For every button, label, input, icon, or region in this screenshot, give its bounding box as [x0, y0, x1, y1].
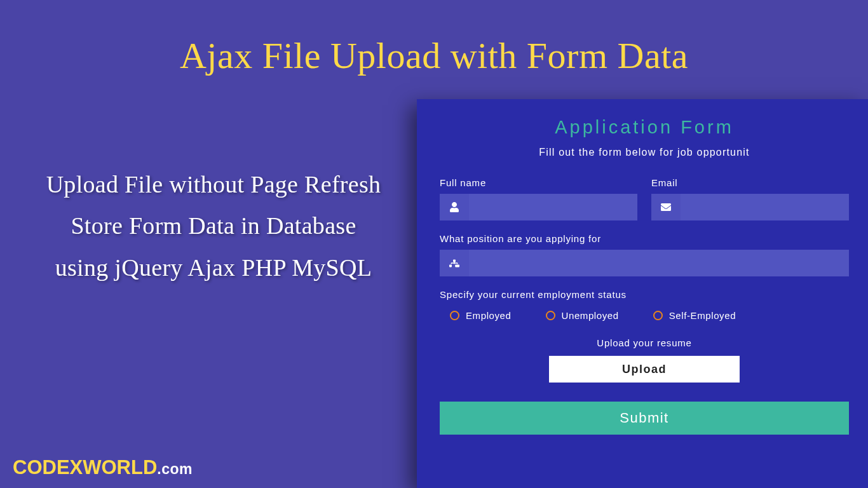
- status-label: Specify your current employment status: [440, 289, 849, 300]
- fullname-label: Full name: [440, 177, 637, 188]
- sub-line-2: Store Form Data in Database: [29, 205, 398, 247]
- radio-employed[interactable]: Employed: [450, 310, 512, 321]
- brand-logo: CODEXWORLD.com: [13, 456, 193, 479]
- position-label: What position are you applying for: [440, 233, 849, 244]
- email-label: Email: [651, 177, 849, 188]
- email-input-group: [651, 194, 849, 220]
- sub-line-1: Upload File without Page Refresh: [29, 164, 398, 205]
- application-form-panel: Application Form Fill out the form below…: [417, 99, 868, 488]
- radio-row: Employed Unemployed Self-Employed: [440, 310, 849, 321]
- status-group: Specify your current employment status E…: [440, 289, 849, 321]
- email-input[interactable]: [681, 194, 849, 220]
- position-input[interactable]: [469, 250, 849, 276]
- radio-circle-icon: [653, 311, 663, 320]
- fullname-group: Full name: [440, 177, 637, 220]
- sub-line-3: using jQuery Ajax PHP MySQL: [29, 247, 398, 288]
- submit-button[interactable]: Submit: [440, 402, 849, 435]
- form-row-position: What position are you applying for: [440, 233, 849, 276]
- subheading-block: Upload File without Page Refresh Store F…: [29, 164, 398, 288]
- position-input-group: [440, 250, 849, 276]
- radio-unemployed[interactable]: Unemployed: [546, 310, 619, 321]
- envelope-icon: [651, 194, 681, 220]
- page-title: Ajax File Upload with Form Data: [0, 0, 868, 77]
- upload-section: Upload your resume Upload: [440, 337, 849, 383]
- fullname-input[interactable]: [469, 194, 637, 220]
- radio-circle-icon: [546, 311, 555, 320]
- upload-label: Upload your resume: [440, 337, 849, 348]
- form-title: Application Form: [440, 117, 849, 138]
- radio-self-employed-label: Self-Employed: [669, 310, 736, 321]
- form-description: Fill out the form below for job opportun…: [440, 147, 849, 158]
- position-group: What position are you applying for: [440, 233, 849, 276]
- upload-button[interactable]: Upload: [549, 356, 740, 383]
- sitemap-icon: [440, 250, 469, 276]
- brand-name: CODEXWORLD: [13, 456, 157, 478]
- radio-unemployed-label: Unemployed: [562, 310, 619, 321]
- form-row-name-email: Full name Email: [440, 177, 849, 220]
- user-icon: [440, 194, 469, 220]
- radio-circle-icon: [450, 311, 459, 320]
- radio-self-employed[interactable]: Self-Employed: [653, 310, 736, 321]
- radio-employed-label: Employed: [466, 310, 512, 321]
- fullname-input-group: [440, 194, 637, 220]
- brand-suffix: .com: [157, 461, 193, 477]
- email-group: Email: [651, 177, 849, 220]
